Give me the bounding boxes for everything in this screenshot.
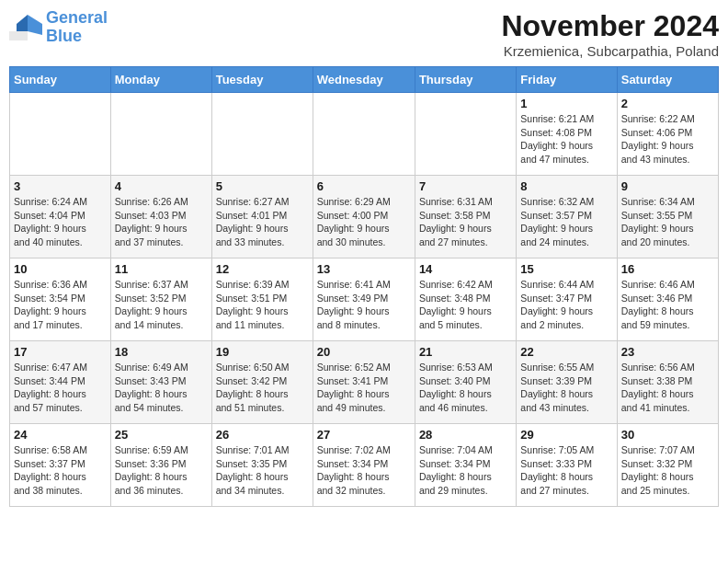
day-info: Sunrise: 6:26 AM Sunset: 4:03 PM Dayligh… [115, 195, 208, 249]
day-info: Sunrise: 6:29 AM Sunset: 4:00 PM Dayligh… [317, 195, 411, 249]
day-info: Sunrise: 6:44 AM Sunset: 3:47 PM Dayligh… [520, 278, 612, 332]
calendar-week-2: 3Sunrise: 6:24 AM Sunset: 4:04 PM Daylig… [10, 176, 719, 259]
day-number: 7 [419, 179, 512, 193]
day-info: Sunrise: 6:59 AM Sunset: 3:36 PM Dayligh… [115, 443, 208, 498]
weekday-header-tuesday: Tuesday [211, 67, 313, 93]
calendar-cell: 25Sunrise: 6:59 AM Sunset: 3:36 PM Dayli… [110, 424, 211, 507]
calendar-cell: 30Sunrise: 7:07 AM Sunset: 3:32 PM Dayli… [617, 424, 718, 507]
day-number: 20 [317, 345, 411, 359]
calendar: SundayMondayTuesdayWednesdayThursdayFrid… [9, 66, 719, 507]
calendar-cell: 21Sunrise: 6:53 AM Sunset: 3:40 PM Dayli… [415, 341, 516, 424]
day-info: Sunrise: 6:31 AM Sunset: 3:58 PM Dayligh… [419, 195, 512, 249]
day-info: Sunrise: 6:58 AM Sunset: 3:37 PM Dayligh… [14, 443, 107, 498]
calendar-cell: 19Sunrise: 6:50 AM Sunset: 3:42 PM Dayli… [211, 341, 313, 424]
weekday-header-saturday: Saturday [617, 67, 718, 93]
calendar-cell [110, 93, 211, 176]
month-title: November 2024 [501, 9, 719, 43]
day-info: Sunrise: 7:05 AM Sunset: 3:33 PM Dayligh… [520, 443, 612, 498]
day-info: Sunrise: 6:37 AM Sunset: 3:52 PM Dayligh… [115, 278, 208, 332]
day-number: 26 [216, 428, 309, 442]
day-number: 28 [419, 428, 512, 442]
calendar-cell: 23Sunrise: 6:56 AM Sunset: 3:38 PM Dayli… [617, 341, 718, 424]
day-number: 21 [419, 345, 512, 359]
weekday-header-thursday: Thursday [415, 67, 516, 93]
day-info: Sunrise: 6:42 AM Sunset: 3:48 PM Dayligh… [419, 278, 512, 332]
day-number: 29 [520, 428, 612, 442]
logo: General Blue [9, 9, 108, 46]
day-info: Sunrise: 6:39 AM Sunset: 3:51 PM Dayligh… [216, 278, 309, 332]
calendar-body: 1Sunrise: 6:21 AM Sunset: 4:08 PM Daylig… [10, 93, 719, 507]
calendar-cell: 16Sunrise: 6:46 AM Sunset: 3:46 PM Dayli… [617, 259, 718, 341]
weekday-header-wednesday: Wednesday [313, 67, 415, 93]
day-number: 9 [621, 179, 714, 193]
day-info: Sunrise: 7:04 AM Sunset: 3:34 PM Dayligh… [419, 443, 512, 498]
calendar-cell: 6Sunrise: 6:29 AM Sunset: 4:00 PM Daylig… [313, 176, 415, 259]
calendar-cell: 28Sunrise: 7:04 AM Sunset: 3:34 PM Dayli… [415, 424, 516, 507]
day-info: Sunrise: 7:02 AM Sunset: 3:34 PM Dayligh… [317, 443, 411, 498]
logo-blue: Blue [46, 27, 82, 45]
day-number: 16 [621, 262, 714, 276]
calendar-cell: 3Sunrise: 6:24 AM Sunset: 4:04 PM Daylig… [10, 176, 111, 259]
day-info: Sunrise: 7:07 AM Sunset: 3:32 PM Dayligh… [621, 443, 714, 498]
day-info: Sunrise: 6:27 AM Sunset: 4:01 PM Dayligh… [216, 195, 309, 249]
calendar-cell: 12Sunrise: 6:39 AM Sunset: 3:51 PM Dayli… [211, 259, 313, 341]
calendar-cell: 1Sunrise: 6:21 AM Sunset: 4:08 PM Daylig… [517, 93, 617, 176]
day-number: 3 [14, 179, 107, 193]
calendar-cell [313, 93, 415, 176]
page-header: General Blue November 2024 Krzemienica, … [9, 9, 719, 59]
location: Krzemienica, Subcarpathia, Poland [501, 43, 719, 59]
day-info: Sunrise: 6:50 AM Sunset: 3:42 PM Dayligh… [216, 361, 309, 415]
day-number: 18 [115, 345, 208, 359]
calendar-week-4: 17Sunrise: 6:47 AM Sunset: 3:44 PM Dayli… [10, 341, 719, 424]
day-number: 15 [520, 262, 612, 276]
day-info: Sunrise: 6:36 AM Sunset: 3:54 PM Dayligh… [14, 278, 107, 332]
day-info: Sunrise: 6:53 AM Sunset: 3:40 PM Dayligh… [419, 361, 512, 415]
calendar-cell: 5Sunrise: 6:27 AM Sunset: 4:01 PM Daylig… [211, 176, 313, 259]
day-info: Sunrise: 6:47 AM Sunset: 3:44 PM Dayligh… [14, 361, 107, 415]
day-info: Sunrise: 6:49 AM Sunset: 3:43 PM Dayligh… [115, 361, 208, 415]
title-section: November 2024 Krzemienica, Subcarpathia,… [501, 9, 719, 59]
day-number: 24 [14, 428, 107, 442]
day-number: 2 [621, 97, 714, 110]
calendar-cell: 15Sunrise: 6:44 AM Sunset: 3:47 PM Dayli… [517, 259, 617, 341]
day-number: 17 [14, 345, 107, 359]
day-info: Sunrise: 6:34 AM Sunset: 3:55 PM Dayligh… [621, 195, 714, 249]
day-number: 8 [520, 179, 612, 193]
day-number: 13 [317, 262, 411, 276]
calendar-cell: 27Sunrise: 7:02 AM Sunset: 3:34 PM Dayli… [313, 424, 415, 507]
day-number: 10 [14, 262, 107, 276]
weekday-row: SundayMondayTuesdayWednesdayThursdayFrid… [10, 67, 719, 93]
day-info: Sunrise: 6:24 AM Sunset: 4:04 PM Dayligh… [14, 195, 107, 249]
day-number: 19 [216, 345, 309, 359]
day-info: Sunrise: 6:41 AM Sunset: 3:49 PM Dayligh… [317, 278, 411, 332]
calendar-cell: 14Sunrise: 6:42 AM Sunset: 3:48 PM Dayli… [415, 259, 516, 341]
calendar-cell: 10Sunrise: 6:36 AM Sunset: 3:54 PM Dayli… [10, 259, 111, 341]
weekday-header-monday: Monday [110, 67, 211, 93]
day-info: Sunrise: 6:21 AM Sunset: 4:08 PM Dayligh… [520, 112, 612, 167]
day-number: 25 [115, 428, 208, 442]
day-info: Sunrise: 6:32 AM Sunset: 3:57 PM Dayligh… [520, 195, 612, 249]
calendar-cell: 2Sunrise: 6:22 AM Sunset: 4:06 PM Daylig… [617, 93, 718, 176]
day-number: 23 [621, 345, 714, 359]
day-number: 12 [216, 262, 309, 276]
calendar-cell: 4Sunrise: 6:26 AM Sunset: 4:03 PM Daylig… [110, 176, 211, 259]
day-number: 1 [520, 97, 612, 110]
calendar-cell [10, 93, 111, 176]
logo-icon [9, 11, 42, 44]
calendar-cell [415, 93, 516, 176]
calendar-cell: 26Sunrise: 7:01 AM Sunset: 3:35 PM Dayli… [211, 424, 313, 507]
day-number: 30 [621, 428, 714, 442]
day-number: 4 [115, 179, 208, 193]
calendar-week-5: 24Sunrise: 6:58 AM Sunset: 3:37 PM Dayli… [10, 424, 719, 507]
weekday-header-friday: Friday [517, 67, 617, 93]
calendar-week-1: 1Sunrise: 6:21 AM Sunset: 4:08 PM Daylig… [10, 93, 719, 176]
day-info: Sunrise: 7:01 AM Sunset: 3:35 PM Dayligh… [216, 443, 309, 498]
calendar-cell: 20Sunrise: 6:52 AM Sunset: 3:41 PM Dayli… [313, 341, 415, 424]
weekday-header-sunday: Sunday [10, 67, 111, 93]
day-number: 14 [419, 262, 512, 276]
day-number: 22 [520, 345, 612, 359]
day-number: 6 [317, 179, 411, 193]
calendar-cell [211, 93, 313, 176]
calendar-cell: 7Sunrise: 6:31 AM Sunset: 3:58 PM Daylig… [415, 176, 516, 259]
calendar-cell: 8Sunrise: 6:32 AM Sunset: 3:57 PM Daylig… [517, 176, 617, 259]
